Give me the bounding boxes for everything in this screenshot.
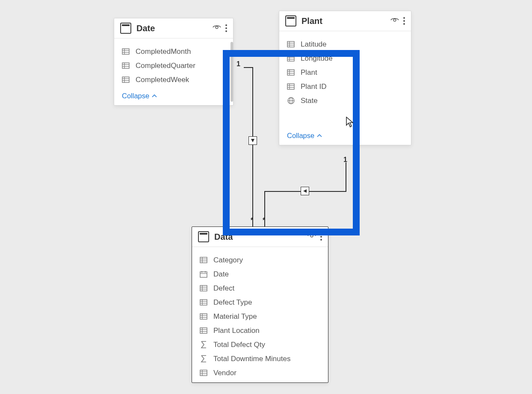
field-item[interactable]: Plant Location — [200, 323, 320, 338]
svg-rect-42 — [200, 285, 207, 291]
field-item[interactable]: Plant ID — [287, 79, 403, 94]
table-icon — [285, 15, 296, 26]
field-label: Plant ID — [301, 82, 326, 91]
filter-direction-icon — [301, 187, 309, 195]
table-column-icon — [200, 313, 207, 320]
card-header-data[interactable]: Data — [192, 227, 328, 247]
relationship-date-data[interactable] — [252, 67, 253, 226]
field-label: State — [301, 97, 318, 105]
table-column-icon — [200, 285, 207, 291]
card-header-plant[interactable]: Plant — [279, 11, 411, 31]
card-title-date: Date — [136, 24, 213, 33]
field-label: Date — [213, 270, 229, 279]
collapse-toggle[interactable]: Collapse — [114, 89, 233, 105]
chevron-up-icon — [152, 94, 157, 98]
table-icon — [198, 231, 209, 242]
field-item[interactable]: Longitude — [287, 51, 403, 65]
field-item[interactable]: Material Type — [200, 309, 320, 323]
visibility-icon[interactable] — [390, 17, 399, 25]
card-title-plant: Plant — [301, 16, 390, 26]
cardinality-many: * — [263, 217, 265, 224]
table-column-icon — [287, 55, 295, 62]
svg-rect-34 — [200, 257, 207, 263]
table-column-icon — [200, 257, 207, 263]
svg-rect-26 — [287, 84, 294, 89]
svg-point-13 — [393, 19, 396, 21]
card-title-data: Data — [214, 232, 307, 242]
svg-rect-5 — [122, 63, 129, 68]
cardinality-one: 1 — [343, 156, 347, 164]
field-label: Plant — [301, 68, 317, 77]
table-card-date[interactable]: Date CompletedMonth CompletedQuarter Com… — [114, 18, 233, 106]
svg-rect-9 — [122, 77, 129, 82]
visibility-icon[interactable] — [307, 233, 316, 241]
field-label: Category — [213, 256, 243, 265]
table-column-icon — [287, 41, 295, 47]
field-item[interactable]: Defect — [200, 281, 320, 295]
svg-rect-50 — [200, 314, 207, 319]
field-label: Vendor — [213, 369, 236, 377]
field-label: Material Type — [213, 312, 257, 321]
field-label: Total Downtime Minutes — [213, 355, 290, 363]
collapse-label: Collapse — [122, 92, 149, 100]
sigma-icon — [200, 341, 207, 348]
field-label: Longitude — [301, 54, 333, 63]
field-item[interactable]: Vendor — [200, 366, 320, 380]
table-column-icon — [200, 370, 207, 376]
field-item[interactable]: Latitude — [287, 37, 403, 51]
field-label: CompletedMonth — [136, 47, 191, 56]
svg-rect-58 — [200, 370, 207, 376]
table-column-icon — [287, 69, 295, 76]
table-column-icon — [122, 62, 130, 69]
field-label: Latitude — [301, 40, 327, 49]
more-options-icon[interactable] — [225, 24, 227, 32]
field-label: Total Defect Qty — [213, 341, 265, 349]
cardinality-one: 1 — [236, 60, 240, 68]
svg-point-33 — [310, 235, 313, 237]
field-item[interactable]: Date — [200, 267, 320, 281]
field-item[interactable]: Category — [200, 253, 320, 267]
svg-rect-38 — [200, 272, 207, 277]
table-card-data[interactable]: Data Category Date Defect Defect Type Ma… — [192, 226, 328, 383]
field-item[interactable]: State — [287, 94, 403, 108]
field-list-plant: Latitude Longitude Plant Plant ID State — [279, 31, 411, 129]
field-list-date: CompletedMonth CompletedQuarter Complete… — [114, 38, 233, 89]
field-item[interactable]: Total Defect Qty — [200, 338, 320, 352]
sigma-icon — [200, 355, 207, 362]
field-label: Defect Type — [213, 298, 252, 307]
more-options-icon[interactable] — [320, 233, 322, 241]
collapse-toggle[interactable]: Collapse — [279, 129, 411, 145]
table-column-icon — [122, 48, 130, 55]
table-card-plant[interactable]: Plant Latitude Longitude Plant Plant ID … — [279, 11, 411, 145]
table-column-icon — [200, 327, 207, 334]
svg-point-0 — [216, 26, 218, 29]
field-list-data: Category Date Defect Defect Type Materia… — [192, 247, 328, 382]
svg-rect-54 — [200, 328, 207, 333]
calendar-icon — [200, 271, 207, 278]
svg-rect-46 — [200, 300, 207, 305]
relationship-plant-data[interactable] — [346, 162, 346, 191]
scrollbar-thumb[interactable] — [231, 42, 233, 102]
svg-rect-14 — [287, 41, 294, 47]
field-item[interactable]: CompletedWeek — [122, 73, 225, 87]
cardinality-many: * — [251, 217, 253, 224]
svg-rect-18 — [287, 56, 294, 61]
model-canvas[interactable]: Date CompletedMonth CompletedQuarter Com… — [0, 0, 532, 394]
table-icon — [120, 23, 131, 34]
field-item[interactable]: Total Downtime Minutes — [200, 352, 320, 366]
field-item[interactable]: CompletedMonth — [122, 44, 225, 59]
globe-icon — [287, 97, 295, 104]
field-item[interactable]: Plant — [287, 65, 403, 79]
field-item[interactable]: Defect Type — [200, 295, 320, 309]
svg-rect-1 — [122, 49, 129, 54]
visibility-icon[interactable] — [213, 24, 221, 32]
relationship-date-data[interactable] — [244, 67, 253, 68]
field-label: CompletedWeek — [136, 76, 189, 84]
collapse-label: Collapse — [287, 132, 314, 140]
more-options-icon[interactable] — [403, 17, 405, 25]
filter-direction-icon — [248, 136, 257, 145]
card-header-date[interactable]: Date — [114, 18, 233, 38]
field-label: Plant Location — [213, 326, 260, 335]
table-column-icon — [287, 83, 295, 90]
field-item[interactable]: CompletedQuarter — [122, 59, 225, 73]
